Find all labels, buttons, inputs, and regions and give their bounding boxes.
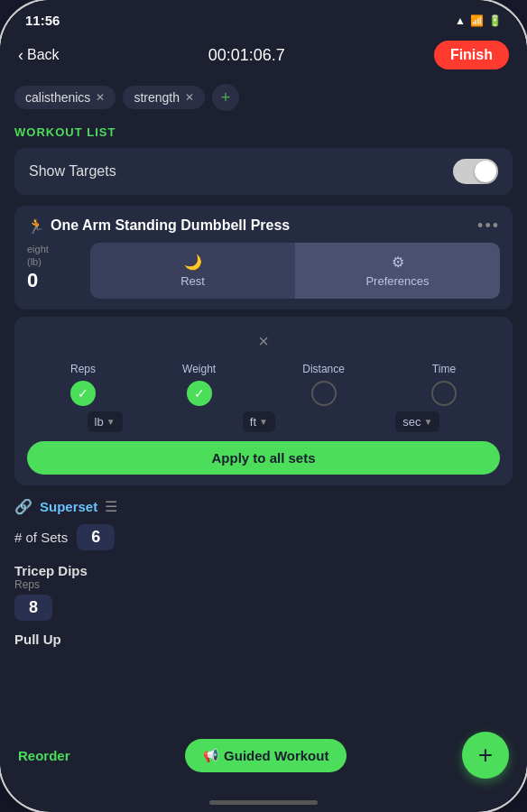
weight-toggle[interactable]: ✓ <box>187 381 212 406</box>
finish-button[interactable]: Finish <box>434 41 509 69</box>
pull-up-exercise: Pull Up <box>14 626 513 652</box>
weight-unit-value: lb <box>95 415 104 429</box>
time-unit-value: sec <box>402 415 421 429</box>
preferences-tab-label: Preferences <box>365 274 429 288</box>
exercise-card: 🏃 One Arm Standing Dumbbell Press ••• ei… <box>14 206 513 309</box>
status-time: 11:56 <box>25 13 60 28</box>
figure-icon: 🏃 <box>27 217 45 235</box>
exercise-name: One Arm Standing Dumbbell Press <box>51 217 290 235</box>
sets-label: # of Sets <box>14 530 68 545</box>
reorder-button[interactable]: Reorder <box>18 748 70 763</box>
back-label: Back <box>27 47 60 63</box>
pref-checkboxes: Reps ✓ Weight ✓ Distance Time <box>27 363 500 406</box>
back-button[interactable]: ‹ Back <box>18 46 60 65</box>
tricep-dips-name: Tricep Dips <box>14 563 513 578</box>
pref-dropdowns: lb ▼ ft ▼ sec ▼ <box>27 411 500 432</box>
weight-check: Weight ✓ <box>182 363 216 406</box>
nav-bar: ‹ Back 00:01:06.7 Finish <box>0 33 527 77</box>
show-targets-toggle[interactable] <box>453 159 498 184</box>
preferences-panel: 🌙 Rest ⚙ Preferences <box>90 243 500 299</box>
status-bar: 11:56 ▲ 📶 🔋 <box>0 0 527 33</box>
link-icon: 🔗 <box>14 498 32 515</box>
pref-tabs: 🌙 Rest ⚙ Preferences <box>90 243 500 299</box>
tag-calisthenics[interactable]: calisthenics ✕ <box>14 86 116 109</box>
time-unit-arrow-icon: ▼ <box>423 417 432 427</box>
distance-label: Distance <box>302 363 345 375</box>
list-icon[interactable]: ☰ <box>105 498 117 515</box>
time-unit-dropdown[interactable]: sec ▼ <box>395 411 439 432</box>
exercise-header: 🏃 One Arm Standing Dumbbell Press ••• <box>27 217 500 235</box>
distance-check: Distance <box>302 363 345 406</box>
tricep-dips-exercise: Tricep Dips Reps 8 <box>14 558 513 626</box>
sets-value: 6 <box>77 524 115 550</box>
tag-calisthenics-label: calisthenics <box>25 90 90 105</box>
tricep-dips-reps-value: 8 <box>14 595 52 621</box>
tags-row: calisthenics ✕ strength ✕ + <box>14 77 513 118</box>
reps-toggle[interactable]: ✓ <box>70 381 96 406</box>
exercise-more-button[interactable]: ••• <box>477 217 500 235</box>
megaphone-icon: 📢 <box>203 748 218 762</box>
preferences-tab[interactable]: ⚙ Preferences <box>295 243 500 299</box>
battery-icon: 🔋 <box>488 14 502 27</box>
status-icons: ▲ 📶 🔋 <box>455 14 502 27</box>
tricep-dips-reps-label: Reps <box>14 578 513 591</box>
exercise-body: eight(lb) 0 🌙 Rest ⚙ Preferences <box>27 243 500 299</box>
tag-strength-label: strength <box>134 90 180 105</box>
wifi-icon: 📶 <box>470 14 484 27</box>
distance-unit-dropdown[interactable]: ft ▼ <box>243 411 275 432</box>
time-label: Time <box>432 363 456 375</box>
distance-toggle[interactable] <box>311 381 337 406</box>
add-exercise-button[interactable]: + <box>462 732 509 779</box>
add-icon: + <box>478 741 493 770</box>
weight-label: eight(lb) <box>27 243 81 269</box>
toggle-thumb <box>475 161 496 182</box>
tag-strength-remove[interactable]: ✕ <box>185 91 194 104</box>
main-content: calisthenics ✕ strength ✕ + WORKOUT LIST… <box>0 77 527 723</box>
show-targets-row: Show Targets <box>14 148 513 195</box>
close-icon: × <box>258 331 269 351</box>
tag-calisthenics-remove[interactable]: ✕ <box>96 91 105 104</box>
workout-list-label: WORKOUT LIST <box>14 125 513 139</box>
rest-icon: 🌙 <box>184 254 202 271</box>
signal-icon: ▲ <box>455 14 466 27</box>
time-check: Time <box>431 363 457 406</box>
workout-timer: 00:01:06.7 <box>208 46 285 65</box>
weight-unit-dropdown[interactable]: lb ▼ <box>88 411 123 432</box>
gear-icon: ⚙ <box>392 254 404 271</box>
apply-to-all-sets-button[interactable]: Apply to all sets <box>27 441 500 475</box>
add-tag-button[interactable]: + <box>212 84 239 111</box>
distance-unit-arrow-icon: ▼ <box>259 417 268 427</box>
guided-workout-label: Guided Workout <box>224 748 328 763</box>
home-indicator <box>209 800 318 805</box>
superset-label: Superset <box>40 499 97 514</box>
time-toggle[interactable] <box>431 381 457 406</box>
superset-row: 🔗 Superset ☰ <box>14 493 513 521</box>
show-targets-label: Show Targets <box>29 163 116 180</box>
close-preferences-button[interactable]: × <box>27 328 500 355</box>
bottom-bar: Reorder 📢 Guided Workout + <box>0 723 527 800</box>
reps-label: Reps <box>70 363 96 375</box>
rest-label: Rest <box>180 274 205 288</box>
reps-check: Reps ✓ <box>70 363 96 406</box>
weight-column: eight(lb) 0 <box>27 243 81 292</box>
guided-workout-button[interactable]: 📢 Guided Workout <box>185 739 347 772</box>
rest-tab[interactable]: 🌙 Rest <box>90 243 295 299</box>
distance-unit-value: ft <box>250 415 256 429</box>
sets-row: # of Sets 6 <box>14 521 513 558</box>
weight-value: 0 <box>27 269 81 292</box>
back-chevron-icon: ‹ <box>18 46 23 65</box>
tag-strength[interactable]: strength ✕ <box>123 86 205 109</box>
exercise-name-row: 🏃 One Arm Standing Dumbbell Press <box>27 217 290 235</box>
weight-unit-arrow-icon: ▼ <box>106 417 116 427</box>
weight-check-label: Weight <box>182 363 216 375</box>
preferences-dropdown: × Reps ✓ Weight ✓ Distance <box>14 317 513 485</box>
